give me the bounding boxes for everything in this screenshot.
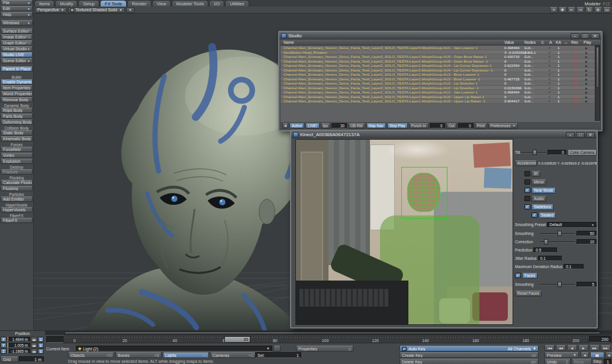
ir-toggle[interactable]: IR <box>532 171 540 177</box>
skeletons-toggle[interactable]: Skeletons <box>532 204 553 210</box>
position-y-value[interactable]: 1.005 m <box>9 343 30 348</box>
channel-nodes-edit[interactable]: Edit... <box>524 63 534 67</box>
channel-row[interactable]: ItemMotion Head_RotationX -0.0250363 Y 0… <box>281 50 600 55</box>
channel-nodes-edit[interactable]: Edit... <box>524 72 534 76</box>
timeline-scroll-track[interactable] <box>34 331 612 335</box>
audio-toggle[interactable]: Audio <box>532 196 546 202</box>
envelope-button[interactable]: E <box>38 337 44 342</box>
faces-checkbox[interactable]: ✓ <box>515 273 521 278</box>
seated-toggle[interactable]: Seated <box>539 212 556 218</box>
spinner-icon[interactable]: ◀▶ <box>31 349 37 354</box>
record-icon[interactable]: ◯ <box>574 99 577 104</box>
properties-button[interactable]: Properties p <box>296 346 353 352</box>
channel-row[interactable]: Channel Alien_Emissary_Nevron_Demo_Facia… <box>281 72 600 77</box>
sidebar-item-fiberfx[interactable]: FiberFX <box>1 218 33 223</box>
channel-nodes-edit[interactable]: Edit... <box>524 86 534 90</box>
spinner-icon[interactable]: ◀▶ <box>31 343 37 348</box>
near-mode-toggle[interactable]: Near Mode <box>532 188 556 194</box>
sidebar-item-remove-body[interactable]: Remove Body <box>1 97 33 102</box>
sidebar-item-enable-dynamics[interactable]: Enable Dynamics <box>1 79 33 85</box>
bones-button[interactable]: Bones+B <box>115 352 162 358</box>
sidebar-item-item-properties[interactable]: Item Properties <box>1 85 33 91</box>
menu-tab-modeler-tools[interactable]: Modeler Tools <box>172 0 209 7</box>
modeler-button[interactable]: Modeler <box>585 1 601 7</box>
timeline-ruler[interactable]: 02040608010012014016018020065 <box>63 336 612 343</box>
go-end-button[interactable]: ▶▶| <box>601 345 611 351</box>
faces-smoothing-value-field[interactable]: 5 <box>576 282 597 287</box>
jitter-value-field[interactable]: 0.1 <box>538 256 562 261</box>
active-check-icon[interactable]: ✓ <box>548 81 551 85</box>
create-key-button[interactable]: Create Key ret <box>400 352 539 358</box>
sidebar-item-vortex[interactable]: Vortex <box>1 153 33 158</box>
position-x-value[interactable]: 1.4844 m <box>9 337 30 342</box>
prev-frame-button[interactable]: ◀| <box>567 345 577 351</box>
studio-print-button[interactable]: Print <box>475 123 487 128</box>
studio-titlebar[interactable]: Studio – □ ✕ <box>279 32 601 40</box>
studio-preferences-button[interactable]: Preferences▼ <box>488 123 518 128</box>
channel-nodes-edit[interactable]: Edit... <box>524 90 534 94</box>
ir-checkbox[interactable] <box>524 171 530 176</box>
active-check-icon[interactable]: ✓ <box>548 86 551 90</box>
sidebar-item-hypervoxels[interactable]: HyperVoxels <box>1 207 33 212</box>
next-frame-button[interactable]: |▶ <box>578 345 588 351</box>
near-mode-checkbox[interactable]: ✓ <box>524 188 530 193</box>
channel-nodes-edit[interactable]: Edit... <box>524 54 534 59</box>
sidebar-item-deforming-body[interactable]: Deforming Body <box>1 120 33 125</box>
rotate-icon[interactable]: ↻ <box>585 7 593 13</box>
tilt-value-field[interactable]: 0 <box>547 150 566 155</box>
preview-dropdown[interactable]: Preview ▼ <box>545 352 579 358</box>
objects-button[interactable]: Objects+O <box>68 352 114 358</box>
audio-checkbox[interactable] <box>524 196 530 201</box>
channel-row[interactable]: Channel Alien_Emissary_Nevron_Demo_Facia… <box>281 68 600 73</box>
seated-checkbox[interactable]: ✓ <box>532 212 537 218</box>
studio-30-button[interactable]: 30 <box>331 123 347 128</box>
active-check-icon[interactable]: ✓ <box>548 68 551 72</box>
studio-out-button[interactable]: Out <box>446 123 457 128</box>
channel-nodes-edit[interactable]: Edit... <box>524 59 534 63</box>
kinect-titlebar[interactable]: Kinect_A00366A06472137A – □ ✕ <box>291 131 597 138</box>
close-button[interactable]: ✕ <box>586 132 595 138</box>
studio-fps-button[interactable]: fps <box>321 123 330 128</box>
auto-key-checkbox[interactable]: ✓ <box>402 347 407 351</box>
sidebar-menu-edit[interactable]: Edit▼ <box>1 6 33 11</box>
position-z-value[interactable]: -1.1865 m <box>9 349 30 354</box>
redo-button[interactable]: Redo <box>572 359 592 364</box>
channel-row[interactable]: Channel Alien_Emissary_Nevron_Demo_Facia… <box>281 63 600 68</box>
accelerometer-button[interactable]: Accelerometer <box>515 160 537 166</box>
sidebar-item-calculate-flocks[interactable]: Calculate Flocks <box>1 180 33 185</box>
lights-button[interactable]: Lights+L <box>163 352 209 358</box>
active-check-icon[interactable]: ✓ <box>548 77 551 81</box>
play-button[interactable]: ▶ <box>605 352 612 358</box>
maximize-button[interactable]: □ <box>576 132 585 138</box>
cameras-button[interactable]: Cameras+C <box>210 352 256 358</box>
arrow-left-icon[interactable]: ⇐ <box>568 7 575 13</box>
sidebar-item-flocking[interactable]: Flocking <box>1 186 33 191</box>
studio-punch-in-button[interactable]: Punch In <box>409 123 429 128</box>
prev-key-button[interactable]: ◀◀ <box>556 345 566 351</box>
active-check-icon[interactable]: ✓ <box>548 72 551 76</box>
menu-tab-fx-tools[interactable]: FX Tools <box>100 0 127 7</box>
active-check-icon[interactable]: ✓ <box>548 90 551 94</box>
scroll-left-icon[interactable]: ◀ <box>282 123 288 128</box>
menu-tab-modify[interactable]: Modify <box>55 0 78 7</box>
studio-map-nav-button[interactable]: Map Nav <box>366 123 386 128</box>
undo-button[interactable]: Undo Z <box>545 359 571 364</box>
pointer-icon[interactable]: ▭ <box>603 7 611 13</box>
color-camera-button[interactable]: Color Camera <box>568 150 597 156</box>
sidebar-item-image-editor[interactable]: Image EditorF6 <box>1 34 33 40</box>
sidebar-item-scene-editor[interactable]: Scene Editor▼ <box>1 58 33 63</box>
close-button[interactable]: ✕ <box>591 33 600 39</box>
arrow-right-icon[interactable]: ⇒ <box>576 7 584 13</box>
menu-tab-i-o[interactable]: I/O <box>209 0 224 7</box>
step-value-field[interactable]: 1 <box>604 359 611 364</box>
sidebar-item-add-emitter[interactable]: Add Emitter <box>1 197 33 202</box>
sidebar-item-explosion[interactable]: Explosion <box>1 159 33 164</box>
sidebar-item-parent-in-place[interactable]: Parent In Place <box>1 66 33 72</box>
channel-row[interactable]: Channel Alien_Emissary_Nevron_Demo_Facia… <box>281 86 600 91</box>
auto-key-button[interactable]: ✓ Auto Key All Channels ▼ <box>400 346 539 352</box>
next-key-button[interactable]: ▶▶ <box>590 345 600 351</box>
smoothing-slider[interactable] <box>540 233 575 234</box>
play-reverse-button[interactable]: ◀ <box>581 352 589 358</box>
active-check-icon[interactable]: ✓ <box>548 99 551 103</box>
channel-row[interactable]: Channel Alien_Emissary_Nevron_Demo_Facia… <box>281 46 600 50</box>
